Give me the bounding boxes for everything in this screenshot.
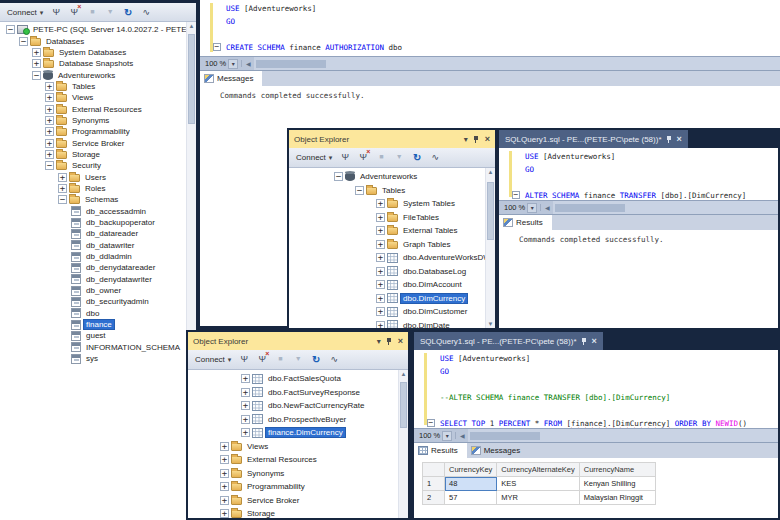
scroll-left-icon[interactable]: ◀: [540, 204, 553, 211]
scrollbar-thumb[interactable]: [487, 182, 494, 240]
tree-item-roles[interactable]: +Roles: [0, 183, 196, 194]
pin-icon[interactable]: [666, 135, 673, 144]
expand-glyph[interactable]: +: [241, 374, 250, 383]
window-title-bar[interactable]: Object Explorer: [188, 332, 408, 350]
tree-item-external-resources[interactable]: +External Resources: [0, 103, 196, 114]
stop-icon[interactable]: [86, 7, 98, 18]
tree-item-db-accessadmin[interactable]: db_accessadmin: [0, 206, 196, 217]
tree-item-sys[interactable]: sys: [0, 353, 196, 364]
expand-glyph[interactable]: +: [45, 82, 54, 91]
scroll-up-icon[interactable]: ▲: [187, 23, 196, 29]
tree-item-schemas[interactable]: −Schemas: [0, 194, 196, 205]
tree-item-finance-dimcurrency[interactable]: +finance.DimCurrency: [188, 426, 408, 440]
tree-item-external-resources[interactable]: +External Resources: [188, 453, 408, 467]
activity-monitor-icon[interactable]: [328, 354, 340, 365]
tree-item-adventureworks[interactable]: −Adventureworks: [0, 69, 196, 80]
scroll-left-icon[interactable]: ◀: [241, 60, 254, 67]
document-tab[interactable]: SQLQuery1.sql - PE...(PETE-PC\pete (58))…: [414, 332, 603, 350]
scroll-left-icon[interactable]: ◀: [455, 432, 468, 439]
stop-icon[interactable]: [274, 354, 286, 365]
scroll-up-icon[interactable]: ▲: [486, 169, 495, 175]
horizontal-scrollbar[interactable]: [553, 201, 778, 214]
document-tab[interactable]: SQLQuery1.sql - PE...(PETE-PC\pete (58))…: [499, 130, 688, 148]
expand-glyph[interactable]: +: [376, 307, 385, 316]
expand-glyph[interactable]: +: [45, 150, 54, 159]
tree-item-security[interactable]: −Security: [0, 160, 196, 171]
tree-item-finance[interactable]: finance: [0, 319, 196, 330]
disconnect-plug-icon[interactable]: [68, 7, 80, 18]
zoom-dropdown-icon[interactable]: [228, 59, 238, 69]
tree-item-guest[interactable]: guest: [0, 330, 196, 341]
zoom-control[interactable]: 100 %: [200, 59, 241, 69]
tree-item-dbo-dimcurrency[interactable]: +dbo.DimCurrency: [289, 292, 495, 306]
refresh-icon[interactable]: [411, 152, 423, 163]
expand-glyph[interactable]: +: [376, 226, 385, 235]
tree-item-dbo-dimdate[interactable]: +dbo.DimDate: [289, 319, 495, 329]
tree-item-users[interactable]: +Users: [0, 171, 196, 182]
stop-icon[interactable]: [375, 152, 387, 163]
expand-glyph[interactable]: +: [32, 59, 41, 68]
tree-item-storage[interactable]: +Storage: [188, 507, 408, 518]
tree-item-information-schema[interactable]: INFORMATION_SCHEMA: [0, 342, 196, 353]
tree-item-external-tables[interactable]: +External Tables: [289, 224, 495, 238]
tree-item-db-datawriter[interactable]: db_datawriter: [0, 240, 196, 251]
tree-item-dbo-prospectivebuyer[interactable]: +dbo.ProspectiveBuyer: [188, 413, 408, 427]
expand-glyph[interactable]: +: [45, 139, 54, 148]
row-number-cell[interactable]: 1: [423, 477, 445, 491]
close-icon[interactable]: [592, 336, 597, 346]
expand-glyph[interactable]: +: [58, 173, 67, 182]
tree-item-dbo[interactable]: dbo: [0, 308, 196, 319]
tree-item-db-denydatawriter[interactable]: db_denydatawriter: [0, 274, 196, 285]
row-number-header[interactable]: [423, 463, 445, 477]
tree-item-views[interactable]: +Views: [0, 92, 196, 103]
horizontal-scrollbar[interactable]: [254, 57, 780, 70]
tree-item-tables[interactable]: −Tables: [289, 184, 495, 198]
collapse-glyph[interactable]: −: [19, 37, 28, 46]
scrollbar-thumb[interactable]: [256, 60, 326, 68]
auto-hide-pin-icon[interactable]: [473, 135, 480, 144]
scrollbar-thumb[interactable]: [555, 204, 625, 212]
tree-item-db-backupoperator[interactable]: db_backupoperator: [0, 217, 196, 228]
column-header-currencyalternatekey[interactable]: CurrencyAlternateKey: [497, 463, 579, 477]
grid-cell[interactable]: Malaysian Ringgit: [579, 491, 655, 505]
expand-glyph[interactable]: +: [220, 496, 229, 505]
tree-item-views[interactable]: +Views: [188, 440, 408, 454]
collapse-glyph[interactable]: −: [355, 186, 364, 195]
filter-icon[interactable]: [393, 152, 405, 163]
vertical-scrollbar[interactable]: ▲ ▼: [485, 168, 495, 328]
expand-glyph[interactable]: +: [32, 48, 41, 57]
fold-collapse-glyph[interactable]: −: [427, 419, 435, 427]
expand-glyph[interactable]: +: [376, 240, 385, 249]
collapse-glyph[interactable]: −: [32, 71, 41, 80]
pin-icon[interactable]: [581, 337, 588, 346]
tree-item-dbo-factsalesquota[interactable]: +dbo.FactSalesQuota: [188, 372, 408, 386]
zoom-dropdown-icon[interactable]: [442, 431, 452, 441]
tree-item-databases[interactable]: −Databases: [0, 35, 196, 46]
tree-item-dbo-databaselog[interactable]: +dbo.DatabaseLog: [289, 265, 495, 279]
tree-item-synonyms[interactable]: +Synonyms: [0, 115, 196, 126]
close-icon[interactable]: [398, 336, 403, 346]
row-number-cell[interactable]: 2: [423, 491, 445, 505]
tree-item-dbo-factsurveyresponse[interactable]: +dbo.FactSurveyResponse: [188, 386, 408, 400]
tree-item-system-databases[interactable]: +System Databases: [0, 47, 196, 58]
window-title-bar[interactable]: Object Explorer: [289, 130, 495, 148]
grid-cell[interactable]: KES: [497, 477, 579, 491]
grid-cell[interactable]: Kenyan Shilling: [579, 477, 655, 491]
expand-glyph[interactable]: +: [220, 469, 229, 478]
tab-results[interactable]: Results: [499, 215, 552, 230]
expand-glyph[interactable]: +: [220, 509, 229, 518]
scroll-up-icon[interactable]: ▲: [399, 371, 408, 377]
tree-item-pete-pc-sql-server-14-0-2027-2-pete-pc-pet[interactable]: −PETE-PC (SQL Server 14.0.2027.2 - PETE-…: [0, 24, 196, 35]
tree-item-dbo-dimaccount[interactable]: +dbo.DimAccount: [289, 278, 495, 292]
tree-item-dbo-newfactcurrencyrate[interactable]: +dbo.NewFactCurrencyRate: [188, 399, 408, 413]
vertical-scrollbar[interactable]: ▲: [398, 370, 408, 518]
tree-item-system-tables[interactable]: +System Tables: [289, 197, 495, 211]
expand-glyph[interactable]: +: [220, 455, 229, 464]
tab-messages[interactable]: Messages: [467, 443, 529, 458]
tree-item-database-snapshots[interactable]: +Database Snapshots: [0, 58, 196, 69]
collapse-glyph[interactable]: −: [45, 161, 54, 170]
collapse-glyph[interactable]: −: [6, 25, 15, 34]
expand-glyph[interactable]: +: [220, 442, 229, 451]
tree-item-graph-tables[interactable]: +Graph Tables: [289, 238, 495, 252]
collapse-glyph[interactable]: −: [58, 195, 67, 204]
